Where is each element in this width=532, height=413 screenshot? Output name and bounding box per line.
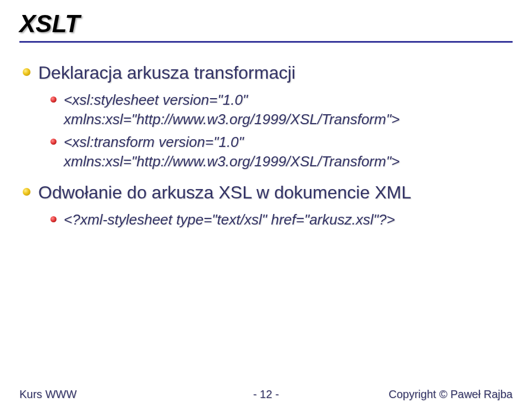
bullet-dot-icon [23,68,30,76]
footer-left: Kurs WWW [19,388,76,401]
bullet-dot-icon [23,188,30,196]
bullet-level1: Deklaracja arkusza transformacji [23,62,513,84]
bullet-text: Deklaracja arkusza transformacji [38,62,295,84]
bullet-level2: <xsl:stylesheet version="1.0" xmlns:xsl=… [50,90,513,129]
content-area: Deklaracja arkusza transformacji <xsl:st… [19,62,513,230]
subbullet-text: <xsl:transform version="1.0" xmlns:xsl="… [64,132,513,171]
title-rule [19,41,513,43]
subbullet-text: <?xml-stylesheet type="text/xsl" href="a… [64,210,395,230]
subbullet-dot-icon [50,216,57,222]
footer-right: Copyright © Paweł Rajba [388,388,513,401]
subbullet-dot-icon [50,139,57,145]
footer: Kurs WWW - 12 - Copyright © Paweł Rajba [19,388,513,401]
footer-center: - 12 - [253,388,279,401]
subbullet-group: <?xml-stylesheet type="text/xsl" href="a… [23,210,513,230]
bullet-text: Odwołanie do arkusza XSL w dokumencie XM… [38,181,411,203]
slide-title: XSLT [19,10,513,38]
subbullet-group: <xsl:stylesheet version="1.0" xmlns:xsl=… [23,90,513,171]
subbullet-text: <xsl:stylesheet version="1.0" xmlns:xsl=… [64,90,513,129]
slide: XSLT Deklaracja arkusza transformacji <x… [0,0,532,413]
subbullet-dot-icon [50,96,57,103]
bullet-level2: <xsl:transform version="1.0" xmlns:xsl="… [50,132,513,171]
bullet-level1: Odwołanie do arkusza XSL w dokumencie XM… [23,181,513,203]
bullet-level2: <?xml-stylesheet type="text/xsl" href="a… [50,210,513,230]
